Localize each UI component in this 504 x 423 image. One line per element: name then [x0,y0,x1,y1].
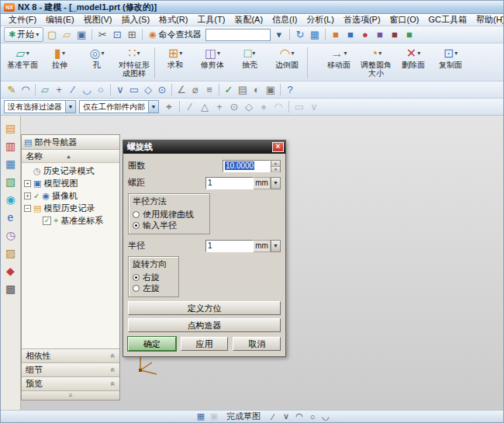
feature-edge-blend-button[interactable]: ◠▾ 边倒圆 [268,45,306,81]
turns-spinner[interactable]: ▲ ▼ [271,160,281,172]
command-finder-button[interactable]: ◉ 命令查找器 [147,28,204,41]
feature-shell-button[interactable]: □▾ 抽壳 [231,45,268,81]
web-browser-icon[interactable]: e [3,210,19,224]
selection-scope-dropdown[interactable]: 仅在工作部件内部 ▼ [79,100,159,113]
copy-icon[interactable]: ⊡ [110,28,124,42]
ok-button[interactable]: 确定 [128,337,176,351]
feature-trim-body-button[interactable]: ◫▾ 修剪体 [194,45,231,81]
wireframe-view-icon[interactable]: ■ [343,28,357,42]
process-studio-icon[interactable]: ◆ [3,264,19,277]
update-display-icon[interactable]: ▣ [208,411,220,422]
window-titlebar[interactable]: NX NX 8 - 建模 - [_model1.prt (修改的)] [1,1,503,14]
chevron-down-icon[interactable]: ▾ [217,50,220,57]
radio-left-hand[interactable]: 左旋 [133,283,174,293]
rectangle-icon[interactable]: ▭ [127,83,141,97]
chevron-down-icon[interactable]: ▾ [137,50,140,57]
datum-plane-small-icon[interactable]: ▱ [38,83,52,97]
spinner-up-icon[interactable]: ▲ [271,161,280,167]
history-icon[interactable]: ◷ [3,228,19,241]
arc-icon[interactable]: ◠ [293,411,306,422]
search-dropdown-icon[interactable]: ▾ [272,28,286,42]
feature-delete-face-button[interactable]: ✕▾ 删除面 [395,45,432,81]
radius-input[interactable]: 1 [205,240,254,252]
menu-help[interactable]: 帮助(H) [471,13,504,26]
circle-icon[interactable]: ○ [94,83,108,97]
start-button[interactable]: ✱ 开始 ▾ [4,27,43,42]
sketch-tools-icon[interactable]: ▦ [195,411,207,422]
expand-icon[interactable]: + [24,192,31,199]
finish-sketch-label[interactable]: 完成草图 [226,411,261,422]
chevron-down-icon[interactable]: ▾ [291,50,294,57]
feature-extrude-button[interactable]: ▮▾ 拉伸 [41,45,78,81]
sketch-icon[interactable]: ✎ [5,83,19,97]
name-column-header[interactable]: 名称 ▲ [22,150,119,163]
menu-insert[interactable]: 插入(S) [116,13,154,26]
menu-view[interactable]: 视图(V) [79,13,117,26]
cut-icon[interactable]: ✂ [95,28,109,42]
collapse-icon[interactable]: − [24,205,31,212]
turns-input[interactable]: 10.0000 [223,160,271,172]
dialog-titlebar[interactable]: 螺旋线 × [123,140,285,154]
panel-grip[interactable]: ≡ [22,390,119,400]
new-file-icon[interactable]: ▢ [45,28,59,42]
intersection-snap-icon[interactable]: + [212,100,226,114]
define-orientation-button[interactable]: 定义方位 [128,301,281,315]
tree-row-cameras[interactable]: + ✓ ◉ 摄像机 [24,189,119,202]
close-icon[interactable]: × [272,142,284,152]
menu-format[interactable]: 格式(R) [154,13,192,26]
radio-enter-radius[interactable]: 输入半径 [133,220,205,231]
profile-icon[interactable]: ∨ [113,83,127,97]
assembly-navigator-icon[interactable]: ▤ [3,121,19,134]
visibility-icon[interactable]: ◐ [250,83,264,97]
lock-icon[interactable]: ▣ [264,83,278,97]
checkbox-checked-icon[interactable]: ✓ [43,217,51,225]
snap-point-toggle-icon[interactable]: ⌖ [162,100,176,114]
tree-row-model-history[interactable]: − ▤ 模型历史记录 [24,202,119,214]
details-panel-header[interactable]: 细节 « [22,362,119,376]
menu-tools[interactable]: 工具(T) [192,13,230,26]
line-icon[interactable]: ∕ [66,83,80,97]
chevron-down-icon[interactable]: ▾ [417,50,420,57]
radio-use-law-curve[interactable]: 使用规律曲线 [133,209,205,220]
save-icon[interactable]: ▣ [74,28,88,42]
tree-row-history-mode[interactable]: ◷ 历史记录模式 [24,165,119,177]
radio-right-hand[interactable]: 右旋 [133,272,174,283]
open-icon[interactable]: ▱ [60,28,74,42]
profile-line-icon[interactable]: ∕ [267,411,279,422]
menu-gc-toolbox[interactable]: GC工具箱 [423,13,471,26]
chevron-down-icon[interactable]: ▼ [148,101,158,113]
circle-icon[interactable]: ○ [306,411,319,422]
help-icon[interactable]: ? [283,83,297,97]
endpoint-snap-icon[interactable]: ∕ [183,100,197,114]
shaded-view-icon[interactable]: ■ [329,28,343,42]
chevron-down-icon[interactable]: ▾ [378,50,381,57]
ellipse-icon[interactable]: ⊙ [155,83,169,97]
tree-row-model-views[interactable]: + ▣ 模型视图 [24,177,119,189]
existing-point-snap-icon[interactable]: ● [257,100,271,114]
selection-filter-dropdown[interactable]: 没有选择过滤器 ▼ [4,100,76,113]
diameter-icon[interactable]: ⌀ [188,83,202,97]
chevron-down-icon[interactable]: ▾ [101,50,104,57]
verify-icon[interactable]: ✓ [222,83,236,97]
midpoint-snap-icon[interactable]: △ [198,100,212,114]
apply-button[interactable]: 应用 [181,337,229,351]
part-navigator-icon[interactable]: ▦ [3,157,19,170]
chevron-down-icon[interactable]: ▾ [252,50,255,57]
feature-datum-plane-button[interactable]: ▱▾ 基准平面 [4,45,41,81]
chevron-down-icon[interactable]: ▾ [454,50,457,57]
graphics-canvas[interactable]: 螺旋线 × 圈数 10.0000 ▲ ▼ 螺距 1 [121,116,503,410]
preview-panel-header[interactable]: 预览 « [22,376,119,390]
pitch-input[interactable]: 1 [205,177,254,189]
snapshot-icon[interactable]: ■ [402,28,416,42]
chevron-down-icon[interactable]: ▼ [65,101,75,113]
sketch-in-task-icon[interactable]: ◠ [19,83,33,97]
roles-icon[interactable]: ▩ [3,282,19,295]
window-layout-icon[interactable]: ▦ [308,28,322,42]
point-constructor-button[interactable]: 点构造器 [128,318,281,332]
feature-hole-button[interactable]: ◎▾ 孔 [78,45,116,81]
dependencies-panel-header[interactable]: 相依性 « [22,348,119,362]
expand-icon[interactable]: + [24,180,31,187]
menu-window[interactable]: 窗口(O) [385,13,424,26]
hd3d-tools-icon[interactable]: ◉ [3,192,19,206]
feature-resize-blend-button[interactable]: ◔▾ 调整圆角大小 [357,45,395,81]
